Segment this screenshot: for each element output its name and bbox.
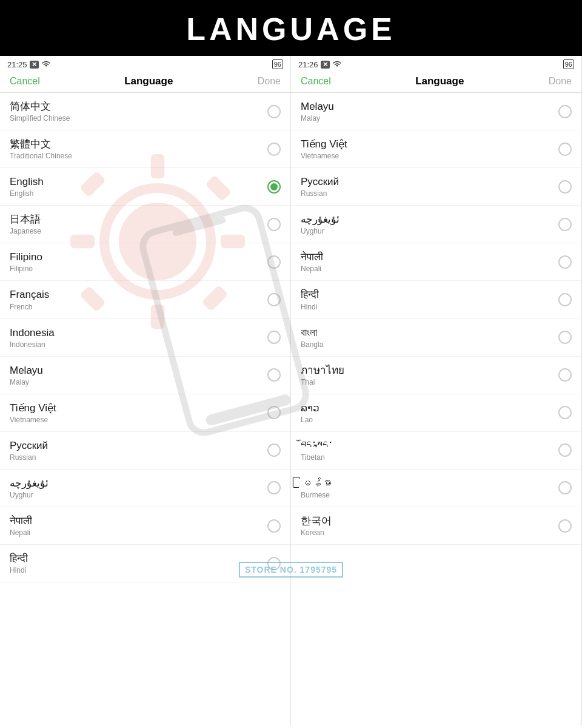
radio-filipino[interactable] [267, 255, 281, 269]
radio-burmese[interactable] [558, 481, 572, 494]
list-item[interactable]: हिन्दी Hindi [0, 545, 290, 582]
list-item[interactable]: བོད་སྐད་ Tibetan [291, 432, 581, 470]
cancel-button-left[interactable]: Cancel [10, 76, 40, 87]
list-item[interactable]: ภาษาไทย Thai [291, 357, 581, 394]
status-left-right: 21:26 ✕ [298, 60, 342, 69]
time-right: 21:26 [298, 60, 318, 69]
list-item[interactable]: Tiếng Việt Vietnamese [291, 130, 581, 168]
radio-vietnamese-left[interactable] [267, 406, 281, 419]
nav-title-right: Language [415, 75, 464, 87]
radio-russian-left[interactable] [267, 443, 281, 457]
done-button-right[interactable]: Done [549, 76, 572, 87]
sim-icon-left: ✕ [30, 61, 39, 69]
panels-container: 21:25 ✕ 96 Cancel Language Don [0, 56, 582, 726]
radio-vietnamese-right[interactable] [558, 143, 572, 156]
list-item[interactable]: Filipino Filipino [0, 243, 290, 281]
wifi-icon-left [41, 60, 51, 69]
radio-uyghur-left[interactable] [267, 481, 281, 494]
list-item[interactable]: नेपाली Nepali [0, 507, 290, 545]
radio-nepali-left[interactable] [267, 519, 281, 533]
list-item[interactable]: English English [0, 168, 290, 206]
wifi-icon-right [332, 60, 342, 69]
list-item[interactable]: Melayu Malay [0, 357, 290, 394]
status-right-left: 96 [272, 59, 283, 69]
list-item[interactable]: 한국어 Korean [291, 507, 581, 545]
page-header: LANGUAGE [0, 0, 582, 56]
list-item[interactable]: Русский Russian [0, 432, 290, 470]
list-item[interactable]: हिन्दी Hindi [291, 281, 581, 318]
list-item[interactable]: Melayu Malay [291, 93, 581, 130]
list-item[interactable]: Русский Russian [291, 168, 581, 206]
panel-left: 21:25 ✕ 96 Cancel Language Don [0, 56, 291, 726]
radio-thai[interactable] [558, 368, 572, 382]
radio-malay-right[interactable] [558, 105, 572, 118]
sim-icon-right: ✕ [321, 61, 330, 69]
list-item[interactable]: 简体中文 Simplified Chinese [0, 93, 290, 130]
language-list-right: Melayu Malay Tiếng Việt Vietnamese Русск… [291, 93, 581, 726]
list-item[interactable]: ئۇيغۇرچە Uyghur [0, 470, 290, 507]
nav-bar-right: Cancel Language Done [291, 72, 581, 93]
radio-japanese[interactable] [267, 218, 281, 231]
radio-bangla[interactable] [558, 331, 572, 344]
radio-english[interactable] [267, 180, 281, 194]
battery-icon-left: 96 [272, 59, 283, 69]
list-item[interactable]: नेपाली Nepali [291, 243, 581, 281]
list-item[interactable]: Tiếng Việt Vietnamese [0, 394, 290, 432]
nav-bar-left: Cancel Language Done [0, 72, 290, 93]
radio-french[interactable] [267, 293, 281, 306]
radio-korean[interactable] [558, 519, 572, 533]
cancel-button-right[interactable]: Cancel [301, 76, 331, 87]
battery-icon-right: 96 [563, 59, 574, 69]
radio-simplified-chinese[interactable] [267, 105, 281, 118]
radio-nepali-right[interactable] [558, 255, 572, 269]
list-item[interactable]: မြန်မာ Burmese [291, 470, 581, 507]
status-bar-right: 21:26 ✕ 96 [291, 56, 581, 72]
panel-right: 21:26 ✕ 96 Cancel Language Don [291, 56, 582, 726]
radio-traditional-chinese[interactable] [267, 143, 281, 156]
nav-title-left: Language [124, 75, 173, 87]
radio-uyghur-right[interactable] [558, 218, 572, 231]
radio-lao[interactable] [558, 406, 572, 419]
radio-indonesian[interactable] [267, 331, 281, 344]
list-item[interactable]: 日本語 Japanese [0, 206, 290, 243]
page-title: LANGUAGE [186, 12, 396, 47]
list-item[interactable]: Français French [0, 281, 290, 318]
time-left: 21:25 [7, 60, 27, 69]
radio-hindi-right[interactable] [558, 293, 572, 306]
radio-malay-left[interactable] [267, 368, 281, 382]
list-item[interactable]: বাংলা Bangla [291, 319, 581, 357]
list-item[interactable]: ລາວ Lao [291, 394, 581, 432]
list-item[interactable]: Indonesia Indonesian [0, 319, 290, 357]
radio-russian-right[interactable] [558, 180, 572, 194]
list-item[interactable]: 繁體中文 Traditional Chinese [0, 130, 290, 168]
radio-tibetan[interactable] [558, 443, 572, 457]
radio-hindi-left[interactable] [267, 557, 281, 570]
status-bar-left: 21:25 ✕ 96 [0, 56, 290, 72]
done-button-left[interactable]: Done [258, 76, 281, 87]
status-left-left: 21:25 ✕ [7, 60, 51, 69]
language-list-left: 简体中文 Simplified Chinese 繁體中文 Traditional… [0, 93, 290, 726]
status-right-right: 96 [563, 59, 574, 69]
list-item[interactable]: ئۇيغۇرچە Uyghur [291, 206, 581, 243]
